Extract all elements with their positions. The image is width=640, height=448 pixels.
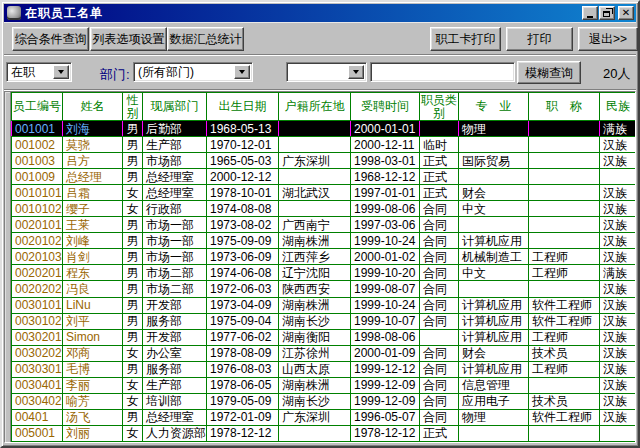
fuzzy-search-input[interactable] xyxy=(370,62,515,82)
cell-job_title[interactable] xyxy=(529,217,600,233)
cell-category[interactable]: 合同 xyxy=(420,201,459,217)
cell-category[interactable]: 合同 xyxy=(420,409,459,425)
cell-birth_date[interactable]: 1974-08-08 xyxy=(207,201,279,217)
cell-emp_id[interactable]: 0020201 xyxy=(12,265,63,281)
cell-major[interactable] xyxy=(459,137,529,153)
cell-gender[interactable]: 男 xyxy=(123,409,143,425)
cell-emp_id[interactable]: 0010102 xyxy=(12,201,63,217)
cell-category[interactable]: 正式 xyxy=(420,185,459,201)
cell-birth_date[interactable]: 1973-04-09 xyxy=(207,297,279,313)
cell-ethnicity[interactable]: 满族 xyxy=(600,121,637,137)
cell-ethnicity[interactable]: 汉族 xyxy=(600,393,637,409)
cell-hire_date[interactable]: 2000-12-11 xyxy=(351,137,420,153)
cell-job_title[interactable] xyxy=(529,185,600,201)
cell-major[interactable] xyxy=(459,425,529,441)
cell-gender[interactable]: 女 xyxy=(123,185,143,201)
print-button[interactable]: 打印 xyxy=(506,27,573,51)
cell-gender[interactable]: 男 xyxy=(123,217,143,233)
cell-gender[interactable]: 女 xyxy=(123,345,143,361)
cell-emp_id[interactable]: 005001 xyxy=(12,425,63,441)
cell-job_title[interactable] xyxy=(529,137,600,153)
cell-ethnicity[interactable]: 汉族 xyxy=(600,185,637,201)
table-row[interactable]: 001009总经理男总经理室2000-12-121968-12-12正式 xyxy=(12,169,637,185)
cell-ethnicity[interactable]: 汉族 xyxy=(600,249,637,265)
cell-major[interactable]: 机械制造工 xyxy=(459,249,529,265)
cell-gender[interactable]: 男 xyxy=(123,169,143,185)
cell-department[interactable]: 总经理室 xyxy=(143,185,207,201)
cell-hire_date[interactable]: 1999-08-07 xyxy=(351,281,420,297)
cell-gender[interactable]: 男 xyxy=(123,329,143,345)
cell-department[interactable]: 市场二部 xyxy=(143,281,207,297)
cell-major[interactable]: 中文 xyxy=(459,265,529,281)
cell-department[interactable]: 行政部 xyxy=(143,201,207,217)
cell-birth_date[interactable]: 1979-05-09 xyxy=(207,393,279,409)
cell-gender[interactable]: 女 xyxy=(123,377,143,393)
cell-birth_date[interactable]: 1978-12-12 xyxy=(207,425,279,441)
cell-emp_id[interactable]: 001002 xyxy=(12,137,63,153)
cell-hire_date[interactable]: 2000-01-01 xyxy=(351,121,420,137)
cell-gender[interactable]: 男 xyxy=(123,361,143,377)
cell-department[interactable]: 市场部 xyxy=(143,153,207,169)
cell-job_title[interactable] xyxy=(529,233,600,249)
cell-hire_date[interactable]: 1999-12-09 xyxy=(351,393,420,409)
cell-hire_date[interactable]: 1998-03-01 xyxy=(351,153,420,169)
table-row[interactable]: 0030101LiNu男开发部1973-04-09湖南株洲1999-10-24合… xyxy=(12,297,637,313)
field-select[interactable] xyxy=(286,62,367,82)
cell-department[interactable]: 人力资源部 xyxy=(143,425,207,441)
cell-category[interactable]: 合同 xyxy=(420,377,459,393)
cell-job_title[interactable]: 软件工程师 xyxy=(529,313,600,329)
cell-gender[interactable]: 男 xyxy=(123,121,143,137)
cell-major[interactable]: 计算机应用 xyxy=(459,361,529,377)
cell-job_title[interactable]: 工程师 xyxy=(529,329,600,345)
table-row[interactable]: 0030201Simon男开发部1977-06-02湖南衡阳1998-08-06… xyxy=(12,329,637,345)
cell-department[interactable]: 办公室 xyxy=(143,345,207,361)
cell-major[interactable] xyxy=(459,169,529,185)
cell-name[interactable]: 刘峰 xyxy=(63,233,123,249)
cell-category[interactable]: 正式 xyxy=(420,153,459,169)
cell-gender[interactable]: 男 xyxy=(123,313,143,329)
cell-department[interactable]: 市场一部 xyxy=(143,249,207,265)
cell-hire_date[interactable]: 1999-08-06 xyxy=(351,201,420,217)
cell-household[interactable] xyxy=(279,137,351,153)
cell-ethnicity[interactable]: 汉族 xyxy=(600,377,637,393)
cell-category[interactable] xyxy=(420,329,459,345)
cell-department[interactable]: 后勤部 xyxy=(143,121,207,137)
cell-hire_date[interactable]: 1997-03-06 xyxy=(351,217,420,233)
cell-household[interactable]: 湖南株洲 xyxy=(279,233,351,249)
table-row[interactable]: 0020101王莱男市场一部1973-08-02广西南宁1997-03-06合同… xyxy=(12,217,637,233)
cell-household[interactable]: 湖南株洲 xyxy=(279,377,351,393)
employee-card-print-button[interactable]: 职工卡打印 xyxy=(430,27,501,51)
cell-gender[interactable]: 女 xyxy=(123,201,143,217)
cell-category[interactable]: 正式 xyxy=(420,169,459,185)
cell-hire_date[interactable]: 1999-10-24 xyxy=(351,233,420,249)
cell-department[interactable]: 开发部 xyxy=(143,297,207,313)
cell-major[interactable]: 计算机应用 xyxy=(459,233,529,249)
cell-ethnicity[interactable]: 汉族 xyxy=(600,297,637,313)
cell-emp_id[interactable]: 0030201 xyxy=(12,329,63,345)
cell-major[interactable]: 物理 xyxy=(459,121,529,137)
cell-emp_id[interactable]: 00401 xyxy=(12,409,63,425)
cell-job_title[interactable] xyxy=(529,377,600,393)
cell-department[interactable]: 市场一部 xyxy=(143,233,207,249)
cell-job_title[interactable] xyxy=(529,169,600,185)
cell-name[interactable]: 毛博 xyxy=(63,361,123,377)
cell-category[interactable]: 合同 xyxy=(420,361,459,377)
cell-household[interactable]: 湖南株洲 xyxy=(279,297,351,313)
department-select[interactable]: (所有部门) xyxy=(133,62,253,82)
table-row[interactable]: 001002莫骁男生产部1970-12-012000-12-11临时汉族 xyxy=(12,137,637,153)
cell-major[interactable]: 国际贸易 xyxy=(459,153,529,169)
cell-category[interactable]: 合同 xyxy=(420,217,459,233)
cell-gender[interactable]: 女 xyxy=(123,393,143,409)
cell-job_title[interactable] xyxy=(529,425,600,441)
cell-birth_date[interactable]: 1973-06-09 xyxy=(207,249,279,265)
cell-emp_id[interactable]: 0030101 xyxy=(12,297,63,313)
cell-department[interactable]: 市场二部 xyxy=(143,265,207,281)
cell-name[interactable]: 程东 xyxy=(63,265,123,281)
cell-birth_date[interactable]: 1973-08-02 xyxy=(207,217,279,233)
cell-name[interactable]: 王莱 xyxy=(63,217,123,233)
cell-emp_id[interactable]: 001001 xyxy=(12,121,63,137)
cell-gender[interactable]: 女 xyxy=(123,425,143,441)
cell-job_title[interactable] xyxy=(529,281,600,297)
cell-name[interactable]: 莫骁 xyxy=(63,137,123,153)
cell-household[interactable] xyxy=(279,201,351,217)
